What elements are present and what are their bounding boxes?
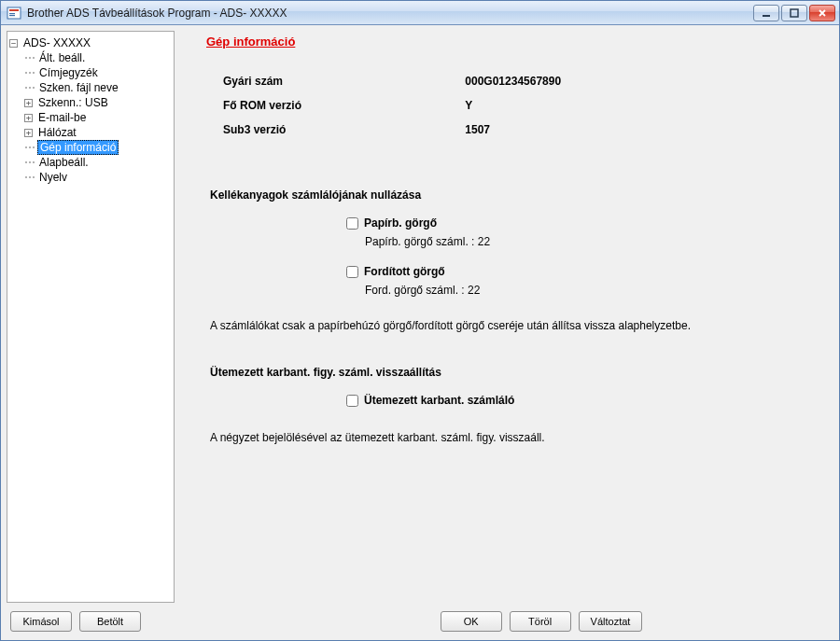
cancel-button[interactable]: Töröl: [510, 611, 571, 632]
window-title: Brother ADS Távbeállítások Program - ADS…: [27, 7, 753, 20]
titlebar: Brother ADS Távbeállítások Program - ADS…: [1, 1, 839, 25]
tree-item-label: E-mail-be: [36, 111, 88, 124]
maximize-button[interactable]: [781, 5, 807, 21]
svg-rect-2: [9, 13, 15, 14]
sub3-label: Sub3 verzió: [223, 123, 462, 136]
minimize-button[interactable]: [753, 5, 779, 21]
bottom-button-bar: Kimásol Betölt OK Töröl Változtat: [7, 603, 833, 640]
navigation-tree[interactable]: − ADS- XXXXX ⋯Ált. beáll.⋯Címjegyzék⋯Szk…: [7, 31, 175, 603]
tree-item[interactable]: ⋯Ált. beáll.: [9, 50, 172, 65]
reset-supplies-note: A számlálókat csak a papírbehúzó görgő/f…: [210, 319, 822, 332]
pickup-roller-label: Papírb. görgő: [364, 216, 437, 230]
tree-item-label: Gép információ: [37, 140, 119, 155]
tree-item-label: Címjegyzék: [37, 66, 100, 79]
reverse-roller-checkbox[interactable]: [346, 266, 358, 278]
tree-root-label: ADS- XXXXX: [21, 36, 92, 49]
pickup-roller-count: Papírb. görgő száml. : 22: [365, 235, 826, 248]
tree-item[interactable]: +Szkenn.: USB: [9, 95, 172, 110]
tree-branch-icon: ⋯: [24, 51, 37, 64]
tree-root[interactable]: − ADS- XXXXX: [9, 35, 172, 50]
app-icon: [7, 6, 21, 21]
right-buttons: OK Töröl Változtat: [441, 611, 643, 632]
mainrom-label: Fő ROM verzió: [223, 99, 462, 112]
export-button[interactable]: Kimásol: [10, 611, 72, 632]
tree-item-label: Ált. beáll.: [37, 51, 87, 64]
client-area: − ADS- XXXXX ⋯Ált. beáll.⋯Címjegyzék⋯Szk…: [1, 25, 839, 640]
tree-item[interactable]: +E-mail-be: [9, 110, 172, 125]
ok-button[interactable]: OK: [441, 611, 502, 632]
tree-item[interactable]: ⋯Címjegyzék: [9, 65, 172, 80]
tree-item[interactable]: +Hálózat: [9, 125, 172, 140]
app-window: Brother ADS Távbeállítások Program - ADS…: [0, 0, 840, 641]
expand-icon[interactable]: +: [24, 99, 33, 107]
import-button[interactable]: Betölt: [79, 611, 141, 632]
tree-item[interactable]: ⋯Szken. fájl neve: [9, 80, 172, 95]
serial-value: 000G01234567890: [465, 75, 561, 88]
reverse-roller-label: Fordított görgő: [364, 265, 445, 278]
reset-supplies-heading: Kellékanyagok számlálójának nullázása: [210, 188, 826, 202]
svg-rect-4: [763, 15, 770, 17]
mainrom-value: Y: [465, 99, 472, 112]
tree-item[interactable]: ⋯Gép információ: [9, 140, 172, 155]
tree-branch-icon: ⋯: [24, 81, 37, 94]
tree-item-label: Hálózat: [36, 126, 78, 139]
expand-icon[interactable]: +: [24, 129, 33, 137]
tree-branch-icon: ⋯: [24, 66, 37, 79]
tree-item-label: Alapbeáll.: [37, 156, 91, 169]
svg-rect-3: [9, 15, 15, 16]
sched-maint-label: Ütemezett karbant. számláló: [364, 394, 514, 407]
tree-branch-icon: ⋯: [24, 141, 37, 154]
reverse-roller-count: Ford. görgő száml. : 22: [365, 284, 826, 297]
sched-maint-note: A négyzet bejelölésével az ütemezett kar…: [210, 431, 822, 444]
tree-branch-icon: ⋯: [24, 156, 37, 169]
left-buttons: Kimásol Betölt: [10, 611, 141, 632]
expand-icon[interactable]: +: [24, 114, 33, 122]
tree-branch-icon: ⋯: [24, 171, 37, 184]
main-area: − ADS- XXXXX ⋯Ált. beáll.⋯Címjegyzék⋯Szk…: [7, 31, 833, 603]
window-controls: [753, 5, 835, 21]
sched-maint-group: Ütemezett karbant. számláló: [346, 392, 826, 409]
sched-maint-checkbox[interactable]: [346, 395, 358, 407]
collapse-icon[interactable]: −: [9, 39, 18, 48]
svg-rect-1: [9, 9, 19, 11]
close-button[interactable]: [809, 5, 835, 21]
apply-button[interactable]: Változtat: [579, 611, 643, 632]
tree-item-label: Szkenn.: USB: [36, 96, 110, 109]
machine-info-table: Gyári szám 000G01234567890 Fő ROM verzió…: [223, 75, 826, 147]
sched-maint-heading: Ütemezett karbant. figy. száml. visszaál…: [210, 366, 826, 379]
tree-item-label: Nyelv: [37, 171, 69, 184]
serial-label: Gyári szám: [223, 75, 462, 88]
tree-item-label: Szken. fájl neve: [37, 81, 120, 94]
svg-rect-5: [791, 9, 798, 17]
sub3-value: 1507: [465, 123, 490, 136]
content-panel: Gép információ Gyári szám 000G0123456789…: [184, 31, 833, 603]
tree-item[interactable]: ⋯Alapbeáll.: [9, 155, 172, 170]
page-title: Gép információ: [206, 35, 826, 49]
pickup-roller-group: Papírb. görgő Papírb. görgő száml. : 22 …: [346, 215, 826, 297]
pickup-roller-checkbox[interactable]: [346, 217, 358, 230]
tree-item[interactable]: ⋯Nyelv: [9, 170, 172, 185]
